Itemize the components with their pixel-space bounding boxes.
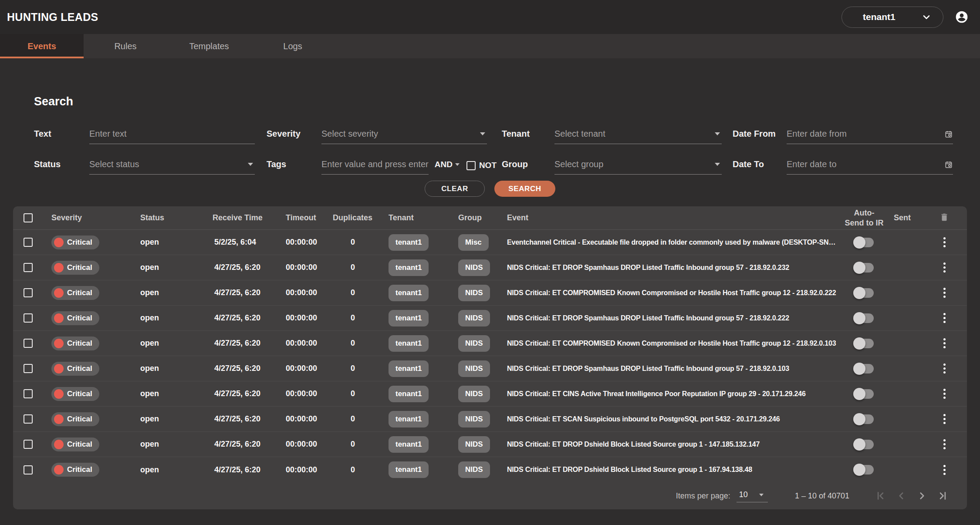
group-chip: NIDS xyxy=(458,285,490,301)
tenant-filter-select[interactable]: Select tenant xyxy=(554,125,722,144)
severity-dot-icon xyxy=(54,364,64,374)
auto-send-toggle[interactable] xyxy=(855,364,874,374)
row-checkbox[interactable] xyxy=(24,288,33,297)
kebab-dot xyxy=(943,346,946,348)
row-checkbox[interactable] xyxy=(24,414,33,424)
kebab-dot xyxy=(943,393,946,395)
row-menu-button[interactable] xyxy=(939,313,950,323)
severity-dot-icon xyxy=(54,440,64,449)
tags-not-checkbox[interactable] xyxy=(466,161,476,170)
row-menu-button[interactable] xyxy=(939,414,950,424)
next-page-button[interactable] xyxy=(916,490,928,501)
text-filter-input[interactable] xyxy=(89,129,255,139)
kebab-dot xyxy=(943,367,946,370)
previous-page-button[interactable] xyxy=(896,490,907,501)
tenant-chip: tenant1 xyxy=(389,259,429,276)
status-filter-label: Status xyxy=(34,159,89,175)
row-checkbox[interactable] xyxy=(24,389,33,398)
row-menu-button[interactable] xyxy=(939,338,950,348)
auto-send-toggle[interactable] xyxy=(855,465,874,475)
auto-send-toggle[interactable] xyxy=(855,339,874,348)
kebab-dot xyxy=(943,389,946,391)
event-cell: NIDS Critical: ET COMPROMISED Known Comp… xyxy=(507,340,838,347)
group-filter-select[interactable]: Select group xyxy=(554,155,722,175)
kebab-dot xyxy=(943,414,946,416)
account-button[interactable] xyxy=(955,10,969,24)
auto-send-toggle[interactable] xyxy=(855,414,874,424)
group-cell: NIDS xyxy=(458,360,507,377)
delete-selected-button[interactable] xyxy=(929,212,960,224)
select-all-checkbox[interactable] xyxy=(24,213,33,222)
tenant-chip: tenant1 xyxy=(389,310,429,326)
date-to-filter-field xyxy=(787,155,953,175)
clear-button[interactable]: CLEAR xyxy=(425,181,485,197)
group-filter-placeholder: Select group xyxy=(554,159,603,169)
auto-send-cell xyxy=(838,313,890,323)
tab-rules[interactable]: Rules xyxy=(84,34,167,58)
events-table: Severity Status Receive Time Timeout Dup… xyxy=(13,206,967,509)
date-to-input[interactable] xyxy=(787,159,944,169)
table-header-row: Severity Status Receive Time Timeout Dup… xyxy=(13,206,967,230)
auto-send-toggle[interactable] xyxy=(855,288,874,298)
items-per-page-select[interactable]: 10 xyxy=(737,489,768,502)
trash-icon xyxy=(939,212,949,224)
tenant-selector[interactable]: tenant1 xyxy=(841,7,943,28)
tenant-chip: tenant1 xyxy=(389,436,429,453)
text-filter-label: Text xyxy=(34,129,89,144)
severity-dot-icon xyxy=(54,263,64,273)
receive-time-cell: 4/27/25, 6:20 xyxy=(209,389,286,398)
tenant-cell: tenant1 xyxy=(389,259,458,276)
kebab-dot xyxy=(943,237,946,239)
tags-filter-input[interactable] xyxy=(321,159,429,169)
auto-send-toggle[interactable] xyxy=(855,238,874,247)
row-checkbox[interactable] xyxy=(24,238,33,247)
group-chip: NIDS xyxy=(458,436,490,453)
row-checkbox[interactable] xyxy=(24,364,33,373)
group-chip: Misc xyxy=(458,234,489,251)
column-header-event: Event xyxy=(507,213,838,222)
severity-cell: Critical xyxy=(51,463,137,477)
severity-filter-select[interactable]: Select severity xyxy=(321,125,487,144)
row-checkbox[interactable] xyxy=(24,339,33,348)
row-menu-button[interactable] xyxy=(939,288,950,298)
tenant-cell: tenant1 xyxy=(389,461,458,478)
dropdown-arrow-icon xyxy=(715,163,720,166)
row-menu-button[interactable] xyxy=(939,363,950,374)
row-checkbox[interactable] xyxy=(24,263,33,272)
row-menu-button[interactable] xyxy=(939,262,950,273)
tags-operator-select[interactable]: AND xyxy=(435,160,461,169)
auto-send-cell xyxy=(838,440,890,449)
toggle-knob xyxy=(853,262,865,274)
auto-send-toggle[interactable] xyxy=(855,389,874,399)
status-filter-select[interactable]: Select status xyxy=(89,155,255,175)
row-checkbox[interactable] xyxy=(24,440,33,449)
first-page-button[interactable] xyxy=(875,490,886,501)
calendar-icon[interactable] xyxy=(944,160,953,169)
row-menu-button[interactable] xyxy=(939,237,950,247)
tab-templates[interactable]: Templates xyxy=(167,34,251,58)
tab-events[interactable]: Events xyxy=(0,34,84,58)
table-row: Critical open 4/27/25, 6:20 00:00:00 0 t… xyxy=(13,381,967,407)
group-chip: NIDS xyxy=(458,411,490,427)
row-menu-button[interactable] xyxy=(939,389,950,399)
table-row: Critical open 4/27/25, 6:20 00:00:00 0 t… xyxy=(13,306,967,331)
receive-time-cell: 4/27/25, 6:20 xyxy=(209,364,286,373)
row-menu-button[interactable] xyxy=(939,465,950,475)
calendar-icon[interactable] xyxy=(944,130,953,138)
row-checkbox[interactable] xyxy=(24,465,33,475)
last-page-button[interactable] xyxy=(937,490,949,501)
tab-logs[interactable]: Logs xyxy=(251,34,335,58)
severity-cell: Critical xyxy=(51,387,137,401)
kebab-dot xyxy=(943,397,946,399)
severity-dot-icon xyxy=(54,288,64,298)
row-menu-button[interactable] xyxy=(939,439,950,449)
row-checkbox[interactable] xyxy=(24,313,33,323)
auto-send-toggle[interactable] xyxy=(855,313,874,323)
auto-send-toggle[interactable] xyxy=(855,440,874,449)
column-header-tenant: Tenant xyxy=(389,213,458,222)
auto-send-toggle[interactable] xyxy=(855,263,874,273)
search-button[interactable]: SEARCH xyxy=(494,181,555,197)
duplicates-cell: 0 xyxy=(333,339,389,348)
date-from-input[interactable] xyxy=(787,129,944,139)
kebab-dot xyxy=(943,321,946,323)
